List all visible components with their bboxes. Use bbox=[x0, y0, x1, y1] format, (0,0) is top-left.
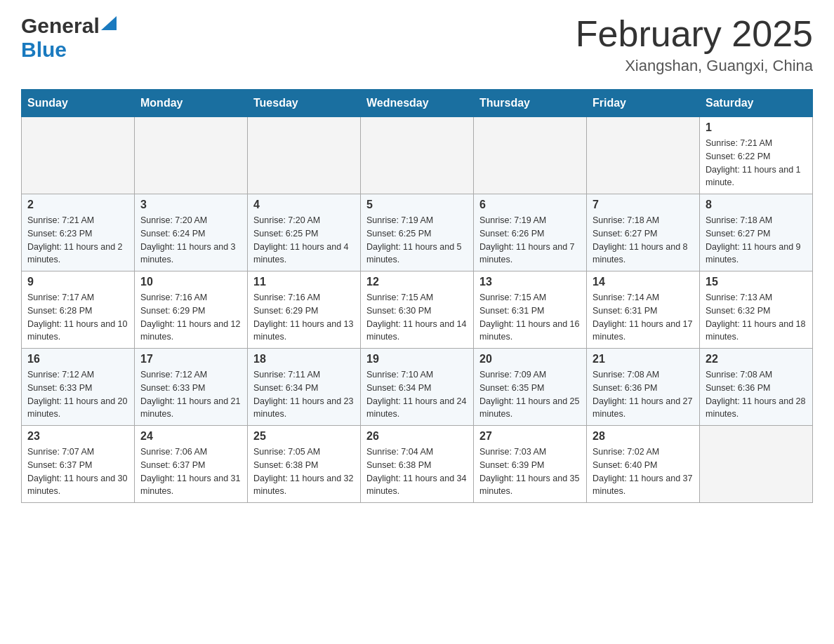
calendar-cell bbox=[22, 117, 135, 194]
day-number: 15 bbox=[706, 276, 807, 288]
calendar-cell: 7Sunrise: 7:18 AM Sunset: 6:27 PM Daylig… bbox=[587, 194, 700, 271]
day-info: Sunrise: 7:18 AM Sunset: 6:27 PM Dayligh… bbox=[593, 214, 694, 267]
calendar-cell bbox=[135, 117, 248, 194]
day-info: Sunrise: 7:16 AM Sunset: 6:29 PM Dayligh… bbox=[253, 291, 355, 344]
calendar-title: February 2025 bbox=[576, 14, 813, 54]
day-number: 11 bbox=[253, 276, 355, 288]
calendar-week-row: 23Sunrise: 7:07 AM Sunset: 6:37 PM Dayli… bbox=[22, 426, 813, 503]
day-number: 4 bbox=[253, 199, 355, 211]
calendar-cell: 3Sunrise: 7:20 AM Sunset: 6:24 PM Daylig… bbox=[135, 194, 248, 271]
day-number: 7 bbox=[593, 199, 694, 211]
calendar-cell bbox=[248, 117, 361, 194]
calendar-cell: 15Sunrise: 7:13 AM Sunset: 6:32 PM Dayli… bbox=[700, 271, 813, 349]
day-number: 1 bbox=[706, 121, 807, 134]
calendar-cell: 18Sunrise: 7:11 AM Sunset: 6:34 PM Dayli… bbox=[248, 349, 361, 426]
calendar-cell: 11Sunrise: 7:16 AM Sunset: 6:29 PM Dayli… bbox=[248, 271, 361, 349]
day-number: 8 bbox=[706, 199, 807, 211]
calendar-header-row: SundayMondayTuesdayWednesdayThursdayFrid… bbox=[22, 90, 813, 117]
svg-marker-0 bbox=[101, 16, 117, 30]
day-number: 24 bbox=[140, 430, 241, 443]
calendar-cell: 28Sunrise: 7:02 AM Sunset: 6:40 PM Dayli… bbox=[587, 426, 700, 503]
header-day-tuesday: Tuesday bbox=[248, 90, 361, 117]
day-info: Sunrise: 7:19 AM Sunset: 6:25 PM Dayligh… bbox=[366, 214, 468, 267]
calendar-cell: 16Sunrise: 7:12 AM Sunset: 6:33 PM Dayli… bbox=[22, 349, 135, 426]
day-info: Sunrise: 7:03 AM Sunset: 6:39 PM Dayligh… bbox=[479, 445, 581, 498]
calendar-cell: 1Sunrise: 7:21 AM Sunset: 6:22 PM Daylig… bbox=[700, 117, 813, 194]
day-info: Sunrise: 7:11 AM Sunset: 6:34 PM Dayligh… bbox=[253, 368, 355, 421]
day-number: 27 bbox=[479, 430, 581, 443]
day-number: 16 bbox=[27, 353, 128, 365]
calendar-week-row: 2Sunrise: 7:21 AM Sunset: 6:23 PM Daylig… bbox=[22, 194, 813, 271]
day-number: 2 bbox=[27, 199, 128, 211]
calendar-cell: 5Sunrise: 7:19 AM Sunset: 6:25 PM Daylig… bbox=[361, 194, 474, 271]
day-info: Sunrise: 7:19 AM Sunset: 6:26 PM Dayligh… bbox=[479, 214, 581, 267]
day-number: 25 bbox=[253, 430, 355, 443]
day-number: 3 bbox=[140, 199, 241, 211]
calendar-cell: 9Sunrise: 7:17 AM Sunset: 6:28 PM Daylig… bbox=[22, 271, 135, 349]
calendar-cell: 24Sunrise: 7:06 AM Sunset: 6:37 PM Dayli… bbox=[135, 426, 248, 503]
header-day-saturday: Saturday bbox=[700, 90, 813, 117]
day-info: Sunrise: 7:17 AM Sunset: 6:28 PM Dayligh… bbox=[27, 291, 128, 344]
day-info: Sunrise: 7:21 AM Sunset: 6:23 PM Dayligh… bbox=[27, 214, 128, 267]
calendar-cell: 26Sunrise: 7:04 AM Sunset: 6:38 PM Dayli… bbox=[361, 426, 474, 503]
day-info: Sunrise: 7:06 AM Sunset: 6:37 PM Dayligh… bbox=[140, 445, 241, 498]
day-info: Sunrise: 7:09 AM Sunset: 6:35 PM Dayligh… bbox=[479, 368, 581, 421]
calendar-cell bbox=[474, 117, 587, 194]
calendar-subtitle: Xiangshan, Guangxi, China bbox=[576, 57, 813, 75]
calendar-cell: 4Sunrise: 7:20 AM Sunset: 6:25 PM Daylig… bbox=[248, 194, 361, 271]
header-day-thursday: Thursday bbox=[474, 90, 587, 117]
calendar-cell: 19Sunrise: 7:10 AM Sunset: 6:34 PM Dayli… bbox=[361, 349, 474, 426]
header-day-monday: Monday bbox=[135, 90, 248, 117]
calendar-week-row: 16Sunrise: 7:12 AM Sunset: 6:33 PM Dayli… bbox=[22, 349, 813, 426]
day-number: 6 bbox=[479, 199, 581, 211]
day-info: Sunrise: 7:14 AM Sunset: 6:31 PM Dayligh… bbox=[593, 291, 694, 344]
logo-general-text: General bbox=[21, 14, 100, 38]
calendar-cell: 21Sunrise: 7:08 AM Sunset: 6:36 PM Dayli… bbox=[587, 349, 700, 426]
day-number: 13 bbox=[479, 276, 581, 288]
calendar-cell: 14Sunrise: 7:14 AM Sunset: 6:31 PM Dayli… bbox=[587, 271, 700, 349]
day-number: 10 bbox=[140, 276, 241, 288]
day-info: Sunrise: 7:08 AM Sunset: 6:36 PM Dayligh… bbox=[706, 368, 807, 421]
calendar-cell: 10Sunrise: 7:16 AM Sunset: 6:29 PM Dayli… bbox=[135, 271, 248, 349]
day-number: 26 bbox=[366, 430, 468, 443]
calendar-cell bbox=[361, 117, 474, 194]
day-info: Sunrise: 7:04 AM Sunset: 6:38 PM Dayligh… bbox=[366, 445, 468, 498]
calendar-cell: 13Sunrise: 7:15 AM Sunset: 6:31 PM Dayli… bbox=[474, 271, 587, 349]
calendar-cell: 25Sunrise: 7:05 AM Sunset: 6:38 PM Dayli… bbox=[248, 426, 361, 503]
day-number: 9 bbox=[27, 276, 128, 288]
calendar-cell: 6Sunrise: 7:19 AM Sunset: 6:26 PM Daylig… bbox=[474, 194, 587, 271]
day-number: 22 bbox=[706, 353, 807, 365]
day-number: 17 bbox=[140, 353, 241, 365]
calendar-cell: 23Sunrise: 7:07 AM Sunset: 6:37 PM Dayli… bbox=[22, 426, 135, 503]
calendar-cell bbox=[700, 426, 813, 503]
title-block: February 2025 Xiangshan, Guangxi, China bbox=[576, 14, 813, 75]
calendar-cell: 22Sunrise: 7:08 AM Sunset: 6:36 PM Dayli… bbox=[700, 349, 813, 426]
page-header: General Blue February 2025 Xiangshan, Gu… bbox=[21, 14, 813, 75]
day-info: Sunrise: 7:20 AM Sunset: 6:24 PM Dayligh… bbox=[140, 214, 241, 267]
day-number: 21 bbox=[593, 353, 694, 365]
header-day-friday: Friday bbox=[587, 90, 700, 117]
day-number: 12 bbox=[366, 276, 468, 288]
calendar-cell: 2Sunrise: 7:21 AM Sunset: 6:23 PM Daylig… bbox=[22, 194, 135, 271]
day-info: Sunrise: 7:15 AM Sunset: 6:31 PM Dayligh… bbox=[479, 291, 581, 344]
logo-blue-text: Blue bbox=[21, 38, 67, 62]
logo: General Blue bbox=[21, 14, 117, 62]
day-number: 19 bbox=[366, 353, 468, 365]
calendar-week-row: 9Sunrise: 7:17 AM Sunset: 6:28 PM Daylig… bbox=[22, 271, 813, 349]
day-info: Sunrise: 7:12 AM Sunset: 6:33 PM Dayligh… bbox=[27, 368, 128, 421]
day-number: 20 bbox=[479, 353, 581, 365]
calendar-cell: 17Sunrise: 7:12 AM Sunset: 6:33 PM Dayli… bbox=[135, 349, 248, 426]
day-info: Sunrise: 7:12 AM Sunset: 6:33 PM Dayligh… bbox=[140, 368, 241, 421]
day-info: Sunrise: 7:13 AM Sunset: 6:32 PM Dayligh… bbox=[706, 291, 807, 344]
day-info: Sunrise: 7:10 AM Sunset: 6:34 PM Dayligh… bbox=[366, 368, 468, 421]
calendar-cell: 27Sunrise: 7:03 AM Sunset: 6:39 PM Dayli… bbox=[474, 426, 587, 503]
day-info: Sunrise: 7:05 AM Sunset: 6:38 PM Dayligh… bbox=[253, 445, 355, 498]
day-info: Sunrise: 7:21 AM Sunset: 6:22 PM Dayligh… bbox=[706, 137, 807, 189]
logo-triangle-icon bbox=[101, 16, 117, 32]
day-info: Sunrise: 7:18 AM Sunset: 6:27 PM Dayligh… bbox=[706, 214, 807, 267]
calendar-cell bbox=[587, 117, 700, 194]
calendar-week-row: 1Sunrise: 7:21 AM Sunset: 6:22 PM Daylig… bbox=[22, 117, 813, 194]
calendar-cell: 20Sunrise: 7:09 AM Sunset: 6:35 PM Dayli… bbox=[474, 349, 587, 426]
day-info: Sunrise: 7:02 AM Sunset: 6:40 PM Dayligh… bbox=[593, 445, 694, 498]
header-day-wednesday: Wednesday bbox=[361, 90, 474, 117]
